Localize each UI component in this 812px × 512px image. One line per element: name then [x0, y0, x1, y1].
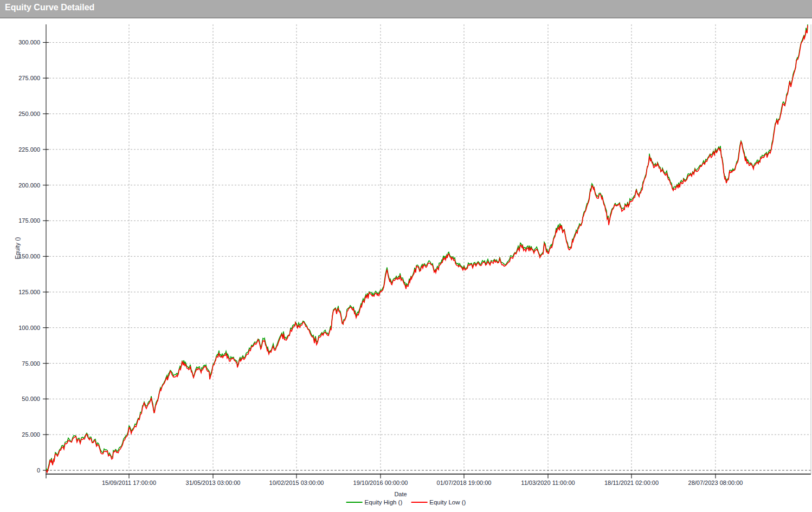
y-tick-label: 25.000 [0, 431, 40, 438]
legend-item-low: Equity Low () [411, 499, 466, 505]
y-tick-label: 50.000 [0, 395, 40, 403]
chart-legend: Equity High ()Equity Low () [346, 499, 466, 505]
legend-item-high: Equity High () [346, 499, 403, 505]
x-tick-label: 28/07/2023 08:00:00 [664, 479, 767, 487]
y-tick-label: 0 [0, 466, 40, 474]
legend-label: Equity Low () [429, 499, 466, 505]
y-tick-label: 100.000 [0, 324, 40, 332]
y-axis-title: Equity () [14, 232, 21, 264]
y-tick-label: 175.000 [0, 217, 40, 224]
legend-label: Equity High () [365, 499, 403, 505]
y-tick-label: 275.000 [0, 74, 40, 82]
legend-line-low-icon [411, 502, 427, 503]
y-tick-label: 300.000 [0, 38, 40, 46]
y-tick-label: 75.000 [0, 360, 40, 367]
equity-curve-window: Equity Curve Detailed 025.00050.00075.00… [0, 0, 812, 512]
y-tick-label: 200.000 [0, 182, 40, 189]
x-axis-title: Date [368, 491, 433, 497]
equity-chart-plot[interactable] [0, 0, 812, 512]
y-tick-label: 125.000 [0, 288, 40, 296]
y-tick-label: 250.000 [0, 110, 40, 118]
legend-line-high-icon [346, 502, 363, 503]
y-tick-label: 225.000 [0, 146, 40, 153]
